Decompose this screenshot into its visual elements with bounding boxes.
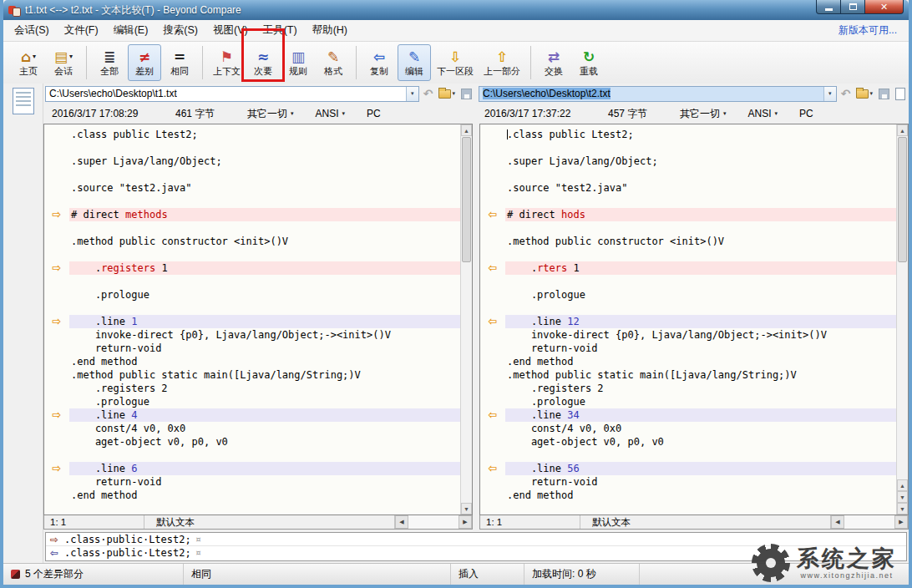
toolbar-all-button[interactable]: ≣全部 bbox=[93, 44, 126, 81]
toolbar-same-button[interactable]: =相同 bbox=[163, 44, 196, 81]
save-button[interactable] bbox=[877, 85, 891, 102]
code-line[interactable]: aget-object v0, p0, v0 bbox=[69, 435, 460, 449]
code-line[interactable] bbox=[505, 141, 896, 155]
toolbar-next-section-button[interactable]: ⇩下一区段 bbox=[433, 44, 478, 81]
toolbar-edit-button[interactable]: ✎编辑 bbox=[398, 44, 431, 81]
scrollbar-thumb[interactable] bbox=[898, 137, 907, 262]
code-line[interactable]: .prologue bbox=[69, 288, 460, 302]
code-line[interactable]: .end method bbox=[505, 489, 896, 502]
pane-splitter[interactable] bbox=[473, 124, 479, 530]
code-line[interactable]: .registers 1 bbox=[69, 261, 460, 275]
right-pane-code[interactable]: .class public Ltest2;.super Ljava/lang/O… bbox=[505, 124, 896, 514]
toolbar-format-button[interactable]: ✎格式 bbox=[317, 44, 350, 81]
toolbar-home-button[interactable]: ⌂▾主页 bbox=[12, 44, 45, 81]
code-line[interactable]: .method public constructor <init>()V bbox=[69, 235, 460, 248]
menu-view[interactable]: 视图(V) bbox=[205, 20, 256, 41]
new-document-button[interactable] bbox=[894, 85, 907, 102]
code-line[interactable]: .line 4 bbox=[69, 408, 460, 422]
toolbar-swap-button[interactable]: ⇄交换 bbox=[537, 44, 570, 81]
close-button[interactable]: ✕ bbox=[865, 0, 904, 14]
scroll-down-icon[interactable]: ▼ bbox=[461, 503, 472, 514]
menu-help[interactable]: 帮助(H) bbox=[305, 20, 355, 41]
save-button[interactable] bbox=[459, 85, 474, 102]
horizontal-scrollbar[interactable]: ◀ ▶ bbox=[395, 515, 472, 529]
code-line[interactable]: .prologue bbox=[505, 395, 896, 408]
code-line[interactable] bbox=[505, 449, 896, 462]
toolbar-copy-button[interactable]: ⇦复制 bbox=[362, 44, 396, 81]
previous-difference-button[interactable]: ▲ bbox=[897, 479, 908, 491]
toolbar-prev-section-button[interactable]: ⇧上一部分 bbox=[479, 44, 524, 81]
code-line[interactable]: # direct hods bbox=[505, 208, 896, 221]
update-available-link[interactable]: 新版本可用... bbox=[839, 23, 905, 38]
encoding-select[interactable]: ANSI▾ bbox=[748, 108, 778, 119]
code-line[interactable]: .end method bbox=[69, 489, 460, 502]
code-line[interactable]: .registers 2 bbox=[69, 382, 460, 395]
code-line[interactable] bbox=[505, 221, 896, 235]
code-line[interactable]: return-void bbox=[69, 475, 460, 489]
toolbar-session-button[interactable]: ▤▾会话 bbox=[47, 44, 80, 81]
code-line[interactable] bbox=[505, 248, 896, 261]
toolbar-reload-button[interactable]: ↻重载 bbox=[572, 44, 605, 81]
browse-folder-button[interactable]: ▾ bbox=[854, 85, 874, 102]
chevron-down-icon[interactable]: ▾ bbox=[69, 53, 73, 60]
code-line[interactable] bbox=[505, 195, 896, 208]
code-line[interactable]: .rters 1 bbox=[505, 261, 896, 275]
menu-tools[interactable]: 工具(T) bbox=[256, 20, 305, 41]
scroll-right-icon[interactable]: ▶ bbox=[459, 515, 472, 529]
code-line[interactable]: .method public constructor <init>()V bbox=[505, 235, 896, 248]
code-line[interactable] bbox=[69, 141, 460, 155]
scrollbar-track[interactable] bbox=[461, 263, 472, 503]
code-line[interactable]: .method public static main([Ljava/lang/S… bbox=[69, 368, 460, 382]
toolbar-diffs-button[interactable]: ≠差别 bbox=[128, 44, 161, 81]
code-line[interactable]: .line 56 bbox=[505, 462, 896, 475]
code-line[interactable] bbox=[69, 221, 460, 235]
menu-session[interactable]: 会话(S) bbox=[7, 20, 57, 41]
code-line[interactable] bbox=[69, 248, 460, 261]
code-line[interactable]: return-void bbox=[69, 342, 460, 355]
undo-button[interactable]: ↶ bbox=[839, 85, 853, 102]
toolbar-rules-button[interactable]: ▥规则 bbox=[281, 44, 315, 81]
left-path-combo[interactable]: C:\Users\echo\Desktop\t1.txt ▾ bbox=[45, 86, 419, 102]
code-line[interactable]: const/4 v0, 0x0 bbox=[69, 422, 460, 435]
browse-folder-button[interactable]: ▾ bbox=[437, 85, 457, 102]
menu-search[interactable]: 搜索(S) bbox=[155, 20, 205, 41]
code-line[interactable] bbox=[69, 195, 460, 208]
code-line[interactable] bbox=[69, 275, 460, 288]
code-line[interactable]: .line 6 bbox=[69, 462, 460, 475]
scrollbar-track[interactable] bbox=[897, 263, 908, 479]
maximize-button[interactable] bbox=[841, 0, 865, 14]
code-line[interactable] bbox=[69, 302, 460, 315]
code-line[interactable]: .line 34 bbox=[505, 408, 896, 422]
scroll-left-icon[interactable]: ◀ bbox=[395, 515, 408, 529]
code-line[interactable]: .super Ljava/lang/Object; bbox=[69, 155, 460, 168]
code-line[interactable]: .class public Ltest2; bbox=[505, 128, 896, 141]
text-compare-view-icon[interactable] bbox=[13, 88, 34, 114]
scroll-up-icon[interactable]: ▲ bbox=[897, 124, 908, 136]
code-line[interactable]: return-void bbox=[505, 475, 896, 489]
toolbar-context-button[interactable]: ⚑上下文 bbox=[209, 44, 245, 81]
code-line[interactable] bbox=[505, 275, 896, 288]
left-pane-code[interactable]: .class public Ltest2;.super Ljava/lang/O… bbox=[69, 124, 460, 514]
code-line[interactable] bbox=[505, 168, 896, 181]
left-vertical-scrollbar[interactable]: ▲ ▼ bbox=[460, 124, 472, 514]
code-line[interactable]: .prologue bbox=[69, 395, 460, 408]
code-line[interactable] bbox=[505, 302, 896, 315]
scroll-up-icon[interactable]: ▲ bbox=[461, 124, 472, 136]
undo-button[interactable]: ↶ bbox=[422, 85, 435, 102]
code-line[interactable]: .prologue bbox=[505, 288, 896, 302]
code-line[interactable]: .end method bbox=[69, 355, 460, 368]
horizontal-scrollbar[interactable]: ◀ ▶ bbox=[831, 515, 908, 529]
code-line[interactable]: return-void bbox=[505, 342, 896, 355]
encoding-select[interactable]: ANSI▾ bbox=[316, 108, 346, 119]
scroll-down-icon[interactable]: ▼ bbox=[897, 503, 908, 514]
code-line[interactable]: aget-object v0, p0, v0 bbox=[505, 435, 896, 449]
hscroll-track[interactable] bbox=[408, 515, 459, 529]
code-line[interactable]: invoke-direct {p0}, Ljava/lang/Object;->… bbox=[505, 328, 896, 342]
chevron-down-icon[interactable]: ▾ bbox=[33, 53, 36, 60]
scrollbar-thumb[interactable] bbox=[462, 137, 471, 262]
hscroll-track[interactable] bbox=[844, 515, 894, 529]
code-line[interactable]: .source "test2.java" bbox=[505, 181, 896, 195]
right-path-combo[interactable]: C:\Users\echo\Desktop\t2.txt ▾ bbox=[479, 86, 837, 102]
code-line[interactable]: invoke-direct {p0}, Ljava/lang/Object;->… bbox=[69, 328, 460, 342]
scroll-right-icon[interactable]: ▶ bbox=[894, 515, 908, 529]
